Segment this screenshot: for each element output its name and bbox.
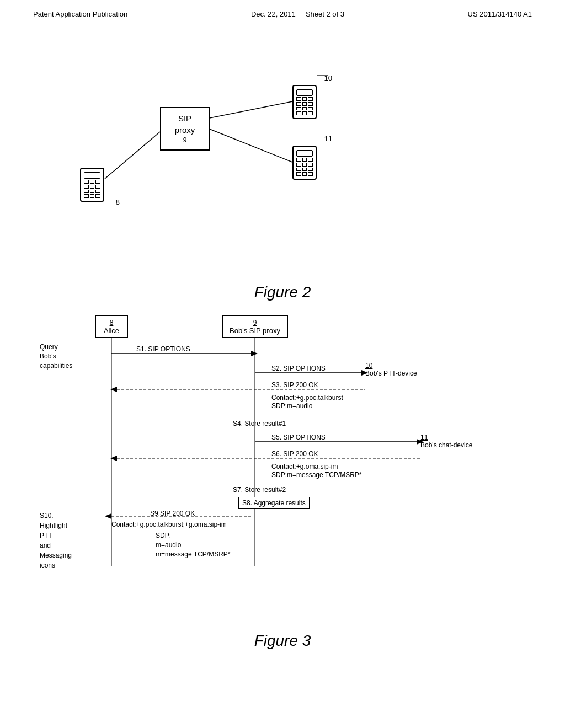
figure3-title: Figure 3: [0, 632, 565, 650]
svg-marker-14: [110, 456, 117, 461]
svg-marker-16: [105, 513, 111, 519]
s7-label: S7. Store result#2: [233, 486, 286, 494]
header-center: Dec. 22, 2011 Sheet 2 of 3: [251, 10, 344, 18]
svg-line-1: [210, 129, 292, 162]
s6-contact: Contact:+g.oma.sip-im: [271, 463, 338, 470]
device-10: 10: [292, 85, 317, 121]
figure2-area: SIP proxy 9 10: [0, 41, 565, 278]
s6-sdp: SDP:m=message TCP/MSRP*: [271, 471, 362, 479]
device-11: 11: [292, 146, 317, 182]
svg-marker-10: [110, 387, 117, 392]
s3-sdp: SDP:m=audio: [271, 402, 312, 410]
sip-proxy-box: SIP proxy 9: [160, 107, 210, 151]
patent-header: Patent Application Publication Dec. 22, …: [0, 0, 565, 24]
s4-label: S4. Store result#1: [233, 420, 286, 427]
chat-device-label: 11Bob's chat-device: [420, 433, 472, 449]
s9-sdp: SDP:: [156, 532, 171, 539]
device-8: 8: [80, 168, 104, 204]
s3-contact: Contact:+g.poc.talkburst: [271, 394, 343, 402]
s2-label: S2. SIP OPTIONS: [271, 365, 326, 372]
header-right: US 2011/314140 A1: [468, 10, 532, 18]
s10-label: S10.HightlightPTTandMessagingicons: [40, 511, 72, 570]
svg-marker-6: [251, 351, 258, 356]
s9-contact: Contact:+g.poc.talkburst;+g.oma.sip-im: [111, 521, 227, 528]
query-label: QueryBob'scapabilities: [40, 342, 72, 370]
s5-label: S5. SIP OPTIONS: [271, 433, 326, 441]
s1-label: S1. SIP OPTIONS: [136, 345, 190, 353]
s9-msrp: m=message TCP/MSRP*: [156, 550, 231, 558]
figure3-area: QueryBob'scapabilities 8 Alice 9 Bob's S…: [0, 312, 565, 632]
svg-line-0: [210, 101, 292, 118]
seq-diagram: QueryBob'scapabilities 8 Alice 9 Bob's S…: [40, 312, 525, 632]
ptt-device-label: 10Bob's PTT-device: [365, 362, 417, 377]
header-left: Patent Application Publication: [33, 10, 127, 18]
figure2-title: Figure 2: [0, 283, 565, 301]
figure2-lines: [0, 41, 565, 278]
sip-proxy-lifeline: 9 Bob's SIP proxy: [222, 315, 288, 338]
svg-line-2: [105, 132, 160, 179]
s3-label: S3. SIP 200 OK: [271, 381, 318, 389]
s6-label: S6. SIP 200 OK: [271, 450, 318, 458]
s9-audio: m=audio: [156, 541, 181, 549]
s8-box: S8. Aggregate results: [238, 497, 310, 509]
alice-lifeline: 8 Alice: [95, 315, 128, 338]
s9-label: S9.SIP 200 OK: [150, 510, 195, 517]
